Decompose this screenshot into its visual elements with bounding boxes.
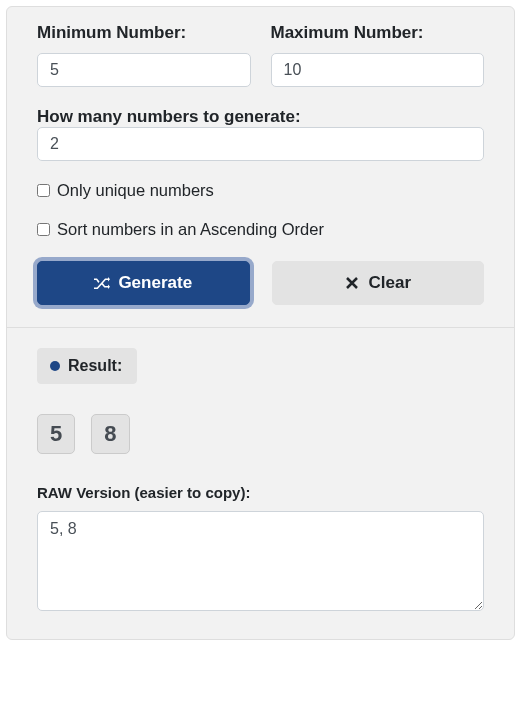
close-icon [344, 275, 360, 291]
raw-label: RAW Version (easier to copy): [37, 484, 484, 501]
min-max-row: Minimum Number: Maximum Number: [37, 23, 484, 87]
max-field-group: Maximum Number: [271, 23, 485, 87]
raw-textarea[interactable] [37, 511, 484, 611]
sort-checkbox-row: Sort numbers in an Ascending Order [37, 220, 484, 239]
unique-checkbox[interactable] [37, 184, 50, 197]
result-badge: Result: [37, 348, 137, 384]
min-input[interactable] [37, 53, 251, 87]
sort-checkbox[interactable] [37, 223, 50, 236]
unique-label: Only unique numbers [57, 181, 214, 200]
generator-panel: Minimum Number: Maximum Number: How many… [6, 6, 515, 640]
generate-button[interactable]: Generate [37, 261, 250, 305]
result-badge-label: Result: [68, 357, 122, 375]
max-label: Maximum Number: [271, 23, 485, 43]
form-section: Minimum Number: Maximum Number: How many… [7, 7, 514, 327]
count-label: How many numbers to generate: [37, 107, 301, 126]
number-chip: 8 [91, 414, 129, 454]
min-label: Minimum Number: [37, 23, 251, 43]
max-input[interactable] [271, 53, 485, 87]
number-chip: 5 [37, 414, 75, 454]
sort-label: Sort numbers in an Ascending Order [57, 220, 324, 239]
shuffle-icon [94, 275, 110, 291]
numbers-row: 58 [37, 414, 484, 454]
clear-button[interactable]: Clear [272, 261, 485, 305]
count-input[interactable] [37, 127, 484, 161]
clear-button-label: Clear [368, 273, 411, 293]
unique-checkbox-row: Only unique numbers [37, 181, 484, 200]
button-row: Generate Clear [37, 261, 484, 305]
generate-button-label: Generate [118, 273, 192, 293]
result-section: Result: 58 RAW Version (easier to copy): [7, 328, 514, 639]
min-field-group: Minimum Number: [37, 23, 251, 87]
count-field-group: How many numbers to generate: [37, 107, 484, 161]
result-dot-icon [50, 361, 60, 371]
